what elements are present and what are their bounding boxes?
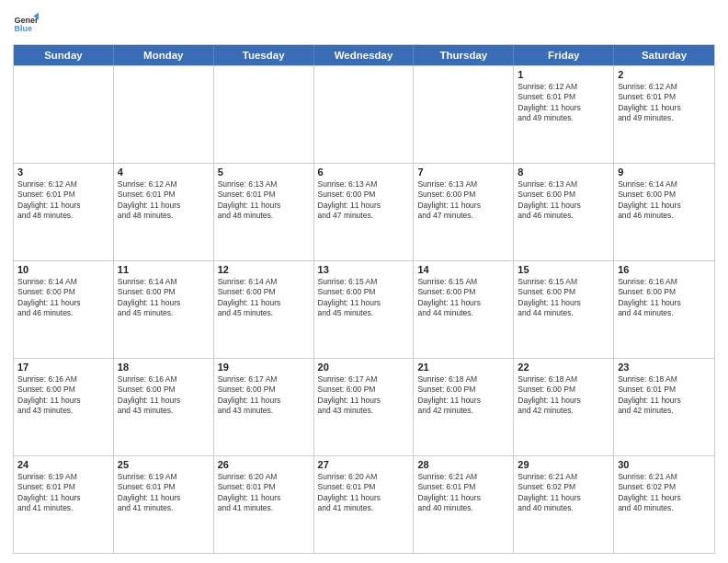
day-number: 30	[618, 459, 711, 470]
day-number: 12	[218, 264, 310, 275]
calendar-day: 26Sunrise: 6:20 AM Sunset: 6:01 PM Dayli…	[214, 456, 314, 553]
calendar-row: 1Sunrise: 6:12 AM Sunset: 6:01 PM Daylig…	[14, 65, 714, 163]
calendar-body: 1Sunrise: 6:12 AM Sunset: 6:01 PM Daylig…	[14, 65, 714, 553]
calendar-day: 9Sunrise: 6:14 AM Sunset: 6:00 PM Daylig…	[614, 164, 714, 260]
weekday-header: Sunday	[14, 45, 114, 65]
day-info: Sunrise: 6:19 AM Sunset: 6:01 PM Dayligh…	[17, 472, 109, 514]
day-info: Sunrise: 6:19 AM Sunset: 6:01 PM Dayligh…	[118, 472, 210, 514]
day-info: Sunrise: 6:20 AM Sunset: 6:01 PM Dayligh…	[218, 472, 310, 514]
day-info: Sunrise: 6:16 AM Sunset: 6:00 PM Dayligh…	[118, 374, 210, 417]
day-info: Sunrise: 6:21 AM Sunset: 6:02 PM Dayligh…	[518, 472, 609, 514]
day-info: Sunrise: 6:14 AM Sunset: 6:00 PM Dayligh…	[618, 179, 711, 222]
calendar-day: 4Sunrise: 6:12 AM Sunset: 6:01 PM Daylig…	[114, 164, 214, 260]
calendar-day: 3Sunrise: 6:12 AM Sunset: 6:01 PM Daylig…	[14, 164, 114, 260]
day-number: 9	[618, 167, 711, 178]
day-number: 11	[118, 264, 210, 275]
weekday-header: Friday	[514, 45, 614, 65]
day-number: 19	[218, 362, 310, 373]
day-number: 17	[17, 362, 109, 373]
day-info: Sunrise: 6:15 AM Sunset: 6:00 PM Dayligh…	[518, 277, 609, 319]
day-number: 4	[118, 167, 210, 178]
day-info: Sunrise: 6:13 AM Sunset: 6:00 PM Dayligh…	[417, 179, 509, 222]
day-number: 25	[118, 459, 210, 470]
calendar-row: 3Sunrise: 6:12 AM Sunset: 6:01 PM Daylig…	[14, 163, 714, 260]
day-number: 10	[17, 264, 109, 275]
calendar-day: 21Sunrise: 6:18 AM Sunset: 6:00 PM Dayli…	[414, 359, 514, 455]
calendar-empty	[414, 66, 514, 163]
day-number: 26	[218, 459, 310, 470]
day-info: Sunrise: 6:12 AM Sunset: 6:01 PM Dayligh…	[17, 179, 109, 222]
day-number: 29	[518, 459, 609, 470]
day-info: Sunrise: 6:21 AM Sunset: 6:01 PM Dayligh…	[417, 472, 509, 514]
day-number: 3	[17, 167, 109, 178]
day-number: 1	[518, 69, 609, 80]
day-info: Sunrise: 6:14 AM Sunset: 6:00 PM Dayligh…	[218, 277, 310, 319]
calendar-day: 28Sunrise: 6:21 AM Sunset: 6:01 PM Dayli…	[414, 456, 514, 553]
calendar-empty	[14, 66, 114, 163]
day-number: 8	[518, 167, 609, 178]
calendar-day: 11Sunrise: 6:14 AM Sunset: 6:00 PM Dayli…	[114, 261, 214, 358]
svg-text:Blue: Blue	[14, 24, 32, 33]
day-info: Sunrise: 6:18 AM Sunset: 6:00 PM Dayligh…	[417, 374, 509, 417]
calendar-empty	[114, 66, 214, 163]
day-number: 21	[417, 362, 509, 373]
calendar-empty	[314, 66, 415, 163]
day-number: 18	[118, 362, 210, 373]
calendar: SundayMondayTuesdayWednesdayThursdayFrid…	[13, 44, 715, 554]
day-info: Sunrise: 6:15 AM Sunset: 6:00 PM Dayligh…	[318, 277, 410, 319]
calendar-header: SundayMondayTuesdayWednesdayThursdayFrid…	[14, 45, 714, 65]
calendar-empty	[214, 66, 314, 163]
calendar-day: 19Sunrise: 6:17 AM Sunset: 6:00 PM Dayli…	[214, 359, 314, 455]
day-info: Sunrise: 6:21 AM Sunset: 6:02 PM Dayligh…	[618, 472, 711, 514]
day-info: Sunrise: 6:17 AM Sunset: 6:00 PM Dayligh…	[318, 374, 410, 417]
calendar-day: 13Sunrise: 6:15 AM Sunset: 6:00 PM Dayli…	[314, 261, 415, 358]
day-number: 14	[417, 264, 509, 275]
day-info: Sunrise: 6:12 AM Sunset: 6:01 PM Dayligh…	[618, 82, 711, 124]
day-number: 28	[417, 459, 509, 470]
calendar-day: 30Sunrise: 6:21 AM Sunset: 6:02 PM Dayli…	[614, 456, 714, 553]
day-info: Sunrise: 6:13 AM Sunset: 6:00 PM Dayligh…	[318, 179, 410, 222]
day-number: 16	[618, 264, 711, 275]
calendar-day: 8Sunrise: 6:13 AM Sunset: 6:00 PM Daylig…	[514, 164, 614, 260]
logo: General Blue	[13, 11, 39, 37]
page-container: General Blue SundayMondayTuesdayWednesda…	[0, 0, 728, 563]
calendar-day: 27Sunrise: 6:20 AM Sunset: 6:01 PM Dayli…	[314, 456, 415, 553]
day-number: 20	[318, 362, 410, 373]
calendar-day: 10Sunrise: 6:14 AM Sunset: 6:00 PM Dayli…	[14, 261, 114, 358]
day-number: 23	[618, 362, 711, 373]
weekday-header: Thursday	[414, 45, 514, 65]
header: General Blue	[13, 11, 715, 37]
calendar-day: 17Sunrise: 6:16 AM Sunset: 6:00 PM Dayli…	[14, 359, 114, 455]
day-number: 24	[17, 459, 109, 470]
day-info: Sunrise: 6:17 AM Sunset: 6:00 PM Dayligh…	[218, 374, 310, 417]
day-info: Sunrise: 6:12 AM Sunset: 6:01 PM Dayligh…	[118, 179, 210, 222]
day-number: 7	[417, 167, 509, 178]
day-number: 5	[218, 167, 310, 178]
day-info: Sunrise: 6:16 AM Sunset: 6:00 PM Dayligh…	[17, 374, 109, 417]
calendar-day: 6Sunrise: 6:13 AM Sunset: 6:00 PM Daylig…	[314, 164, 415, 260]
weekday-header: Saturday	[614, 45, 714, 65]
calendar-day: 7Sunrise: 6:13 AM Sunset: 6:00 PM Daylig…	[414, 164, 514, 260]
day-info: Sunrise: 6:18 AM Sunset: 6:00 PM Dayligh…	[518, 374, 609, 417]
day-number: 22	[518, 362, 609, 373]
day-number: 6	[318, 167, 410, 178]
calendar-row: 24Sunrise: 6:19 AM Sunset: 6:01 PM Dayli…	[14, 455, 714, 553]
calendar-row: 17Sunrise: 6:16 AM Sunset: 6:00 PM Dayli…	[14, 358, 714, 455]
day-number: 2	[618, 69, 711, 80]
calendar-row: 10Sunrise: 6:14 AM Sunset: 6:00 PM Dayli…	[14, 260, 714, 358]
calendar-day: 5Sunrise: 6:13 AM Sunset: 6:01 PM Daylig…	[214, 164, 314, 260]
calendar-day: 22Sunrise: 6:18 AM Sunset: 6:00 PM Dayli…	[514, 359, 614, 455]
calendar-day: 25Sunrise: 6:19 AM Sunset: 6:01 PM Dayli…	[114, 456, 214, 553]
day-info: Sunrise: 6:16 AM Sunset: 6:00 PM Dayligh…	[618, 277, 711, 319]
day-number: 15	[518, 264, 609, 275]
calendar-day: 15Sunrise: 6:15 AM Sunset: 6:00 PM Dayli…	[514, 261, 614, 358]
calendar-day: 1Sunrise: 6:12 AM Sunset: 6:01 PM Daylig…	[514, 66, 614, 163]
logo-icon: General Blue	[13, 11, 39, 37]
calendar-day: 14Sunrise: 6:15 AM Sunset: 6:00 PM Dayli…	[414, 261, 514, 358]
weekday-header: Tuesday	[214, 45, 314, 65]
calendar-day: 2Sunrise: 6:12 AM Sunset: 6:01 PM Daylig…	[614, 66, 714, 163]
day-info: Sunrise: 6:15 AM Sunset: 6:00 PM Dayligh…	[417, 277, 509, 319]
calendar-day: 12Sunrise: 6:14 AM Sunset: 6:00 PM Dayli…	[214, 261, 314, 358]
weekday-header: Wednesday	[314, 45, 415, 65]
day-info: Sunrise: 6:14 AM Sunset: 6:00 PM Dayligh…	[17, 277, 109, 319]
